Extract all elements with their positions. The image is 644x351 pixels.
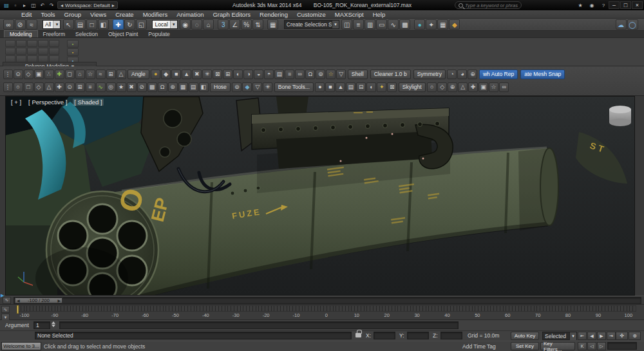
tab-modeling[interactable]: Modeling bbox=[4, 30, 38, 37]
macro-button[interactable]: ✦ bbox=[377, 82, 386, 92]
menu-item[interactable]: Modifiers bbox=[138, 11, 173, 18]
macro-button[interactable]: ◆ bbox=[161, 70, 171, 79]
toolbar-drag-handle[interactable]: ⋮ bbox=[3, 70, 13, 79]
macro-button[interactable]: ▣ bbox=[478, 82, 488, 92]
macro-button[interactable]: ⊟ bbox=[356, 82, 366, 92]
current-frame-caret[interactable] bbox=[17, 305, 19, 314]
communication-center-icon[interactable]: ◉ bbox=[587, 1, 596, 9]
macro-button[interactable]: ⊠ bbox=[213, 70, 222, 79]
macro-button[interactable]: ⊞ bbox=[75, 82, 85, 92]
macro-button[interactable]: ∞ bbox=[295, 70, 305, 79]
tab-populate[interactable]: Populate bbox=[143, 30, 175, 37]
macro-button[interactable]: ⊛ bbox=[168, 82, 178, 92]
render-setup-icon[interactable]: ✦ bbox=[426, 19, 437, 30]
polygon-modeling-button[interactable] bbox=[16, 48, 26, 55]
macro-button[interactable]: ∞ bbox=[499, 82, 509, 92]
skylight-button[interactable]: Skylight bbox=[399, 82, 426, 92]
macro-button[interactable]: ✳ bbox=[202, 70, 212, 79]
align-icon[interactable]: ≡ bbox=[353, 19, 364, 30]
zoom-icon[interactable]: ⊕ bbox=[629, 332, 641, 340]
macro-button[interactable]: ⊚ bbox=[232, 82, 242, 92]
macro-button[interactable]: ■ bbox=[325, 82, 335, 92]
welcome-screen-button[interactable]: Welcome to 3... bbox=[1, 342, 41, 350]
close-button[interactable]: × bbox=[632, 1, 643, 9]
macro-button[interactable]: ▲ bbox=[336, 82, 345, 92]
macro-button[interactable]: ⊘ bbox=[137, 82, 147, 92]
menu-item[interactable]: Create bbox=[111, 11, 138, 18]
schematic-view-icon[interactable]: ▩ bbox=[399, 19, 410, 30]
macro-button[interactable]: △ bbox=[117, 70, 126, 79]
auto-key-button[interactable]: Auto Key bbox=[511, 332, 539, 340]
viewport-tab-icon[interactable]: ▶ bbox=[1, 293, 4, 298]
x-coordinate-field[interactable] bbox=[374, 332, 395, 339]
viewport-menu-shading[interactable]: [ Shaded ] bbox=[73, 99, 103, 106]
menu-item[interactable]: Group bbox=[60, 11, 86, 18]
macro-button[interactable]: ⊠ bbox=[387, 82, 397, 92]
macro-button[interactable]: ◧ bbox=[199, 82, 209, 92]
spinner-snap-toggle-icon[interactable]: ⇅ bbox=[252, 19, 263, 30]
menu-item[interactable]: Tools bbox=[36, 11, 59, 18]
unlink-selection-icon[interactable]: ⊘ bbox=[15, 19, 26, 30]
macro-button[interactable]: ▽ bbox=[336, 70, 346, 79]
menu-item[interactable]: Help bbox=[368, 11, 390, 18]
menu-item[interactable]: Animation bbox=[172, 11, 208, 18]
selection-lock-icon[interactable] bbox=[355, 333, 361, 337]
macro-button[interactable]: ⊞ bbox=[106, 70, 116, 79]
macro-button[interactable]: ∿ bbox=[96, 82, 106, 92]
workspace-right-arrow-icon[interactable]: ▸ bbox=[112, 3, 115, 8]
edit-named-selection-sets-icon[interactable]: ▦ bbox=[267, 19, 278, 30]
macro-button[interactable]: ◎ bbox=[106, 82, 116, 92]
maximize-button[interactable]: □ bbox=[620, 1, 631, 9]
macro-button[interactable]: ◔ bbox=[447, 70, 457, 79]
macro-button[interactable]: ▣ bbox=[34, 70, 44, 79]
polygon-modeling-button[interactable] bbox=[16, 40, 26, 47]
named-selection-sets-dropdown[interactable]: Create Selection Se▾ bbox=[284, 20, 339, 29]
macro-button[interactable]: ☆ bbox=[326, 70, 336, 79]
macro-button[interactable]: ★ bbox=[117, 82, 126, 92]
perspective-viewport[interactable]: [ + ] [ Perspective ] [ Shaded ] bbox=[5, 96, 635, 296]
cleaner-button[interactable]: Cleaner 1.0 b bbox=[370, 70, 411, 79]
workspace-left-arrow-icon[interactable]: ◂ bbox=[61, 3, 63, 8]
macro-button[interactable]: ● bbox=[315, 82, 325, 92]
bone-tools-button[interactable]: Bone Tools... bbox=[274, 82, 314, 92]
help-icon[interactable]: ? bbox=[599, 1, 608, 9]
viewport-menu-general[interactable]: [ + ] bbox=[10, 99, 23, 106]
modifier-button[interactable]: ▪ bbox=[67, 48, 79, 56]
macro-button[interactable]: ◻ bbox=[65, 70, 75, 79]
polygon-modeling-button[interactable] bbox=[38, 40, 48, 47]
menu-item[interactable]: Edit bbox=[17, 11, 36, 18]
polygon-modeling-button[interactable] bbox=[49, 48, 59, 55]
macro-button[interactable]: ▽ bbox=[252, 82, 262, 92]
chevron-down-icon[interactable]: ▾ bbox=[332, 21, 338, 28]
mesh-snap-button[interactable]: ate Mesh Snap bbox=[520, 70, 565, 79]
macro-button[interactable]: ✳ bbox=[263, 82, 272, 92]
timeline-ruler[interactable]: -100-90-80-70-60-50-40-30-20-10010203040… bbox=[17, 305, 636, 319]
tab-freeform[interactable]: Freeform bbox=[38, 30, 70, 37]
snaps-toggle-icon[interactable]: 3 bbox=[218, 19, 229, 30]
render-production-icon[interactable]: ◆ bbox=[449, 19, 460, 30]
macro-button[interactable]: ✚ bbox=[468, 82, 478, 92]
go-to-end-button[interactable]: ⇥ bbox=[607, 332, 616, 340]
render-in-cloud-icon[interactable]: ☁ bbox=[616, 19, 627, 30]
new-scene-icon[interactable]: ▫ bbox=[11, 1, 20, 9]
macro-button[interactable]: ⊙ bbox=[14, 70, 23, 79]
add-time-tag[interactable]: Add Time Tag bbox=[462, 343, 496, 350]
menu-item[interactable]: Views bbox=[86, 11, 111, 18]
open-mini-curve-editor-button[interactable]: ∿ bbox=[1, 306, 10, 313]
chevron-down-icon[interactable]: ▾ bbox=[53, 21, 60, 28]
minimize-button[interactable]: – bbox=[609, 1, 620, 9]
go-to-start-button[interactable]: ⇤ bbox=[578, 332, 587, 340]
material-editor-icon[interactable]: ● bbox=[414, 19, 425, 30]
favorites-star-icon[interactable]: ★ bbox=[576, 1, 585, 9]
macro-button[interactable]: Ω bbox=[158, 82, 167, 92]
macro-button[interactable]: △ bbox=[458, 82, 468, 92]
macro-button[interactable]: ⌂ bbox=[75, 70, 85, 79]
selection-filter-dropdown[interactable]: All▾ bbox=[43, 20, 61, 29]
next-key-button[interactable]: ▷ bbox=[597, 342, 606, 350]
time-slider-handle[interactable]: ◀ -100 / 200 ▶ bbox=[15, 298, 62, 303]
select-and-scale-icon[interactable]: ◱ bbox=[136, 19, 147, 30]
macro-button[interactable]: ○ bbox=[14, 82, 23, 92]
redo-icon[interactable]: ↷ bbox=[47, 1, 56, 9]
auto-rep-button[interactable]: wh Auto Rep bbox=[479, 70, 518, 79]
macro-button[interactable]: ⊞ bbox=[223, 70, 232, 79]
